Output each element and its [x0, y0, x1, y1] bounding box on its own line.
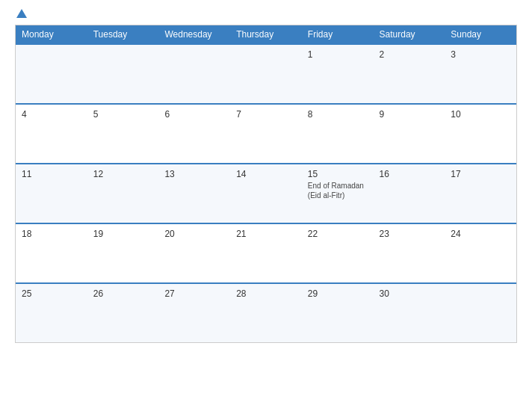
cell-number: 21 [236, 229, 296, 239]
cell-number: 30 [380, 288, 439, 299]
cell-number: 22 [308, 229, 368, 239]
logo-blue-text [15, 9, 27, 19]
calendar-cell: 11 [16, 164, 87, 223]
cell-number: 8 [308, 109, 368, 120]
cell-number: 6 [164, 109, 224, 120]
calendar-cell: 8 [302, 105, 374, 163]
calendar-cell: 13 [158, 164, 230, 223]
calendar-cell: 25 [16, 284, 87, 342]
calendar-cell: 19 [87, 224, 159, 282]
calendar-cell: 26 [87, 284, 159, 342]
cell-number: 4 [22, 109, 81, 120]
cell-number: 2 [380, 49, 439, 60]
calendar-cell [87, 45, 159, 103]
day-header-saturday: Saturday [374, 25, 445, 43]
calendar-cell [230, 45, 302, 103]
day-header-monday: Monday [16, 25, 87, 43]
cell-number: 19 [93, 229, 153, 239]
cell-number: 10 [451, 109, 510, 120]
calendar-cell: 6 [158, 105, 230, 163]
calendar-cell: 20 [158, 224, 230, 282]
cell-number: 3 [451, 49, 510, 60]
cell-number: 13 [164, 169, 224, 179]
cell-number: 26 [93, 288, 153, 299]
day-header-thursday: Thursday [230, 25, 302, 43]
calendar-row: 123 [16, 43, 516, 103]
calendar-cell: 15End of Ramadan (Eid al-Fitr) [302, 164, 374, 223]
cell-number: 9 [380, 109, 439, 120]
calendar-cell: 23 [374, 224, 445, 282]
cell-number: 29 [308, 288, 368, 299]
calendar: MondayTuesdayWednesdayThursdayFridaySatu… [15, 25, 517, 343]
calendar-cell [16, 45, 87, 103]
day-header-friday: Friday [302, 25, 374, 43]
calendar-row: 252627282930 [16, 282, 516, 342]
day-header-sunday: Sunday [445, 25, 516, 43]
calendar-cell: 22 [302, 224, 374, 282]
calendar-cell: 17 [445, 164, 516, 223]
calendar-cell: 30 [374, 284, 445, 342]
calendar-row: 1112131415End of Ramadan (Eid al-Fitr)16… [16, 163, 516, 223]
cell-number: 12 [93, 169, 153, 179]
calendar-cell: 2 [374, 45, 445, 103]
cell-number: 14 [236, 169, 296, 179]
cell-number: 7 [236, 109, 296, 120]
calendar-cell: 12 [87, 164, 159, 223]
cell-number: 17 [451, 169, 510, 179]
days-header: MondayTuesdayWednesdayThursdayFridaySatu… [16, 25, 516, 43]
calendar-cell: 10 [445, 105, 516, 163]
cell-number: 28 [236, 288, 296, 299]
cell-number: 1 [308, 49, 368, 60]
calendar-cell: 4 [16, 105, 87, 163]
logo-triangle-icon [16, 9, 27, 18]
cell-number: 20 [164, 229, 224, 239]
calendar-cell: 14 [230, 164, 302, 223]
cell-number: 27 [164, 288, 224, 299]
calendar-cell: 29 [302, 284, 374, 342]
calendar-cell: 3 [445, 45, 516, 103]
cell-number: 11 [22, 169, 81, 179]
day-header-tuesday: Tuesday [87, 25, 159, 43]
cell-number: 5 [93, 109, 153, 120]
calendar-cell: 7 [230, 105, 302, 163]
cell-number: 24 [451, 229, 510, 239]
calendar-cell: 24 [445, 224, 516, 282]
calendar-cell: 5 [87, 105, 159, 163]
cell-number: 18 [22, 229, 81, 239]
day-header-wednesday: Wednesday [158, 25, 230, 43]
calendar-cell [445, 284, 516, 342]
calendar-cell: 1 [302, 45, 374, 103]
calendar-body: 123456789101112131415End of Ramadan (Eid… [16, 43, 516, 342]
calendar-cell: 27 [158, 284, 230, 342]
calendar-cell [158, 45, 230, 103]
calendar-row: 45678910 [16, 103, 516, 163]
cell-event: End of Ramadan (Eid al-Fitr) [308, 181, 368, 200]
cell-number: 16 [380, 169, 439, 179]
cell-number: 15 [308, 169, 368, 179]
calendar-cell: 9 [374, 105, 445, 163]
logo [15, 9, 27, 19]
calendar-cell: 21 [230, 224, 302, 282]
calendar-cell: 18 [16, 224, 87, 282]
calendar-cell: 28 [230, 284, 302, 342]
calendar-row: 18192021222324 [16, 223, 516, 282]
cell-number: 25 [22, 288, 81, 299]
cell-number: 23 [380, 229, 439, 239]
page-header [0, 0, 532, 25]
calendar-cell: 16 [374, 164, 445, 223]
